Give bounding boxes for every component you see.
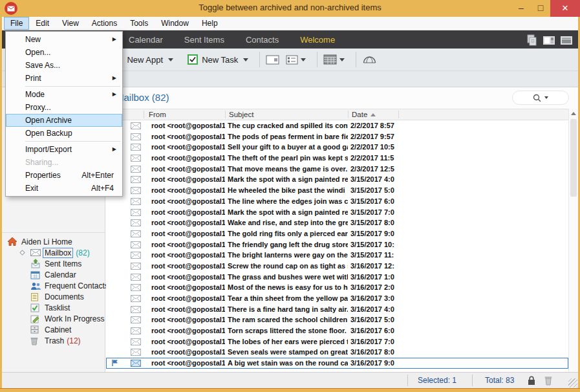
title-bar: Toggle between archived and non-archived…: [0, 0, 580, 17]
menu-file[interactable]: File: [5, 17, 28, 29]
file-menu-import-export[interactable]: Import/Export▶: [6, 143, 122, 156]
file-menu-exit[interactable]: ExitAlt+F4: [6, 182, 122, 195]
trash-icon[interactable]: [544, 375, 553, 387]
message-row[interactable]: root <root@gopostal16A big wet stain was…: [106, 358, 568, 369]
sidebar-item-documents[interactable]: Documents: [2, 291, 105, 302]
maximize-button[interactable]: □: [531, 0, 550, 17]
sidebar-root-home[interactable]: Aiden Li Home: [2, 236, 105, 247]
menu-edit[interactable]: Edit: [30, 17, 55, 29]
status-bar: Selected: 1 Total: 83: [2, 372, 578, 388]
sidebar-item-trash[interactable]: Trash(12): [2, 335, 105, 346]
card-view-dropdown-arrow[interactable]: [301, 58, 306, 61]
message-row[interactable]: root <root@gopostal16He wheeled the bike…: [106, 185, 568, 196]
close-button[interactable]: ✕: [550, 0, 580, 17]
menu-item-label: Properties: [25, 171, 61, 180]
folder-title: Mailbox (82): [116, 92, 169, 103]
card-view-icon[interactable]: [286, 55, 298, 65]
message-row[interactable]: root <root@gopostal16The line where the …: [106, 196, 568, 207]
calendar-icon: [30, 270, 42, 279]
message-row[interactable]: root <root@gopostal16Wake and rise, and …: [106, 217, 568, 228]
sidebar-item-mailbox[interactable]: Mailbox(82): [2, 247, 105, 258]
sidebar-item-calendar[interactable]: Calendar: [2, 269, 105, 280]
message-row[interactable]: root <root@gopostal16The bright lanterns…: [106, 250, 568, 261]
menu-tools[interactable]: Tools: [124, 17, 154, 29]
file-menu-save-as[interactable]: Save As...: [6, 59, 122, 72]
column-view-icon[interactable]: [560, 36, 573, 45]
table-view-icon[interactable]: [323, 54, 337, 65]
message-row[interactable]: root <root@gopostal16The gold ring fits …: [106, 228, 568, 239]
message-row[interactable]: root <root@gopostal16That move means the…: [106, 164, 568, 175]
sidebar-item-cabinet[interactable]: Cabinet: [2, 324, 105, 335]
menu-window[interactable]: Window: [155, 17, 195, 29]
message-row[interactable]: root <root@gopostal16The theft of the pe…: [106, 153, 568, 164]
message-row[interactable]: root <root@gopostal16The lobes of her ea…: [106, 336, 568, 347]
submenu-arrow-icon: ▶: [113, 33, 116, 46]
panel-view-icon[interactable]: [266, 55, 279, 65]
sidebar-item-label: Calendar: [45, 270, 76, 279]
message-row[interactable]: root <root@gopostal16Torn scraps littere…: [106, 325, 568, 336]
file-menu-open[interactable]: Open...: [6, 46, 122, 59]
message-row[interactable]: root <root@gopostal16The friendly gang l…: [106, 239, 568, 250]
message-row[interactable]: root <root@gopostal16Mark the spot with …: [106, 207, 568, 218]
message-row[interactable]: root <root@gopostal16Mark the spot with …: [106, 174, 568, 185]
tab-welcome[interactable]: Welcome: [300, 35, 335, 45]
dome-icon[interactable]: [362, 54, 377, 65]
message-row[interactable]: root <root@gopostal16Seven seals were st…: [106, 347, 568, 358]
message-row[interactable]: root <root@gopostal16There is a fine har…: [106, 304, 568, 315]
from-cell: root <root@gopostal16: [151, 282, 225, 293]
vertical-scrollbar[interactable]: [568, 109, 578, 372]
scroll-thumb[interactable]: [570, 119, 577, 197]
folder-count-badge: (12): [67, 336, 80, 345]
sidebar-item-sent-items[interactable]: Sent Items: [2, 258, 105, 269]
tab-sent-items[interactable]: Sent Items: [184, 35, 224, 45]
tab-contacts[interactable]: Contacts: [246, 35, 279, 45]
sidebar-item-label: Frequent Contacts: [45, 281, 109, 290]
message-row[interactable]: root <root@gopostal16Screw the round cap…: [106, 261, 568, 272]
scroll-up-arrow[interactable]: [569, 109, 578, 118]
search-dropdown-arrow[interactable]: [544, 96, 548, 99]
table-view-dropdown-arrow[interactable]: [339, 58, 345, 61]
from-cell: root <root@gopostal16: [151, 314, 225, 325]
file-menu-open-backup[interactable]: Open Backup: [6, 127, 122, 140]
date-cell: 3/15/2017 11:: [350, 250, 398, 261]
sidebar-item-frequent-contacts[interactable]: Frequent Contacts: [2, 280, 105, 291]
lock-icon[interactable]: [527, 375, 536, 387]
print-preview-icon[interactable]: [526, 34, 538, 46]
message-row[interactable]: root <root@gopostal16Sell your gift to a…: [106, 142, 568, 153]
tab-calendar[interactable]: Calendar: [129, 35, 163, 45]
date-cell: 3/16/2017 4:0: [350, 304, 398, 315]
toolbar-separator: [259, 52, 260, 67]
minimize-button[interactable]: –: [511, 0, 531, 17]
column-header-date[interactable]: Date: [352, 111, 376, 118]
sidebar-item-tasklist[interactable]: Tasklist: [2, 302, 105, 313]
menu-view[interactable]: View: [56, 17, 85, 29]
message-row[interactable]: root <root@gopostal16Most of the news is…: [106, 282, 568, 293]
file-menu-properties[interactable]: PropertiesAlt+Enter: [6, 169, 122, 182]
file-menu-open-archive[interactable]: Open Archive: [6, 114, 122, 127]
menu-item-label: Open Archive: [25, 116, 72, 125]
menu-actions[interactable]: Actions: [86, 17, 123, 29]
message-row[interactable]: root <root@gopostal16The grass and bushe…: [106, 272, 568, 283]
file-menu-sharing[interactable]: Sharing...: [6, 156, 122, 169]
column-header-subject[interactable]: Subject: [229, 111, 253, 118]
split-view-icon[interactable]: [542, 36, 555, 45]
new-appt-dropdown-arrow[interactable]: [168, 58, 173, 61]
message-row[interactable]: root <root@gopostal16The cup cracked and…: [106, 120, 568, 131]
column-header-from[interactable]: From: [149, 111, 166, 118]
sidebar-item-work-in-progress[interactable]: Work In Progress: [2, 313, 105, 324]
message-row[interactable]: root <root@gopostal16The pods of peas fe…: [106, 131, 568, 142]
new-task-dropdown-arrow[interactable]: [243, 58, 248, 61]
resize-grip[interactable]: [568, 378, 577, 387]
search-box[interactable]: [512, 91, 569, 105]
new-task-button[interactable]: New Task: [185, 52, 241, 67]
file-menu-new[interactable]: New▶: [6, 33, 122, 46]
subject-cell: The theft of the pearl pin was kept s: [228, 153, 348, 164]
file-menu-mode[interactable]: Mode▶: [6, 88, 122, 101]
file-menu-proxy[interactable]: Proxy...: [6, 101, 122, 114]
subject-cell: There is a fine hard tang in salty air.: [228, 304, 348, 315]
file-menu-print[interactable]: Print▶: [6, 72, 122, 85]
menu-help[interactable]: Help: [196, 17, 224, 29]
message-row[interactable]: root <root@gopostal16Tear a thin sheet f…: [106, 293, 568, 304]
subject-cell: Torn scraps littered the stone floor.: [228, 325, 348, 336]
message-row[interactable]: root <root@gopostal16The ram scared the …: [106, 314, 568, 325]
